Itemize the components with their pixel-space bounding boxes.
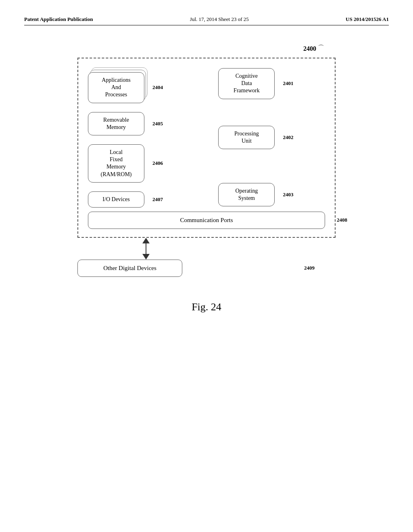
comm-ports-label: Communication Ports [180, 217, 233, 223]
comm-ports-wrapper: Communication Ports 2408 [88, 212, 325, 229]
local-memory-wrapper: Local Fixed Memory (RAM/ROM) 2406 [88, 144, 144, 183]
operating-system-id: 2403 [283, 191, 293, 198]
cognitive-data-wrapper: Cognitive Data Framework 2401 [218, 68, 275, 99]
local-memory-box: Local Fixed Memory (RAM/ROM) [88, 144, 144, 183]
header-center: Jul. 17, 2014 Sheet 23 of 25 [190, 16, 249, 23]
processing-unit-wrapper: Processing Unit 2402 [218, 126, 275, 149]
header-left: Patent Application Publication [24, 16, 93, 23]
other-devices-wrapper: Other Digital Devices 2409 [77, 260, 336, 277]
comm-ports-id: 2408 [337, 217, 347, 223]
removable-memory-wrapper: Removable Memory 2405 [88, 112, 144, 135]
page: Patent Application Publication Jul. 17, … [0, 0, 413, 532]
page-header: Patent Application Publication Jul. 17, … [24, 16, 389, 25]
removable-memory-label: Removable Memory [103, 117, 129, 130]
operating-system-wrapper: Operating System 2403 [218, 183, 275, 206]
operating-system-label: Operating System [235, 188, 258, 201]
operating-system-box: Operating System [218, 183, 275, 206]
apps-processes-wrapper: Applications And Processes 2404 [88, 72, 144, 103]
io-devices-wrapper: I/O Devices 2407 [88, 191, 144, 208]
apps-processes-label: Applications And Processes [102, 77, 131, 98]
header-right: US 2014/201526 A1 [346, 16, 389, 23]
io-devices-box: I/O Devices [88, 191, 144, 208]
other-devices-label: Other Digital Devices [103, 265, 156, 271]
diagram-area: 2400 ⌒ Applications And Processes [24, 58, 389, 313]
inner-layout: Applications And Processes 2404 Removabl… [88, 68, 325, 208]
outer-box-curve-arrow: ⌒ [318, 44, 324, 52]
other-devices-box: Other Digital Devices [77, 260, 182, 277]
comm-ports-box: Communication Ports [88, 212, 325, 229]
processing-unit-id: 2402 [283, 134, 293, 141]
processing-unit-label: Processing Unit [234, 131, 259, 144]
outer-box: Applications And Processes 2404 Removabl… [77, 58, 336, 238]
io-devices-label: I/O Devices [102, 196, 129, 202]
fig-label: Fig. 24 [192, 301, 221, 313]
arrow-up-head [142, 238, 150, 243]
cognitive-data-box: Cognitive Data Framework [218, 68, 275, 99]
arrow-line [146, 243, 146, 254]
other-devices-id: 2409 [304, 265, 315, 271]
local-memory-id: 2406 [152, 160, 163, 166]
apps-processes-box: Applications And Processes [88, 72, 144, 103]
cognitive-data-label: Cognitive Data Framework [234, 73, 260, 94]
arrow-container [77, 238, 336, 260]
outer-box-wrapper: 2400 ⌒ Applications And Processes [77, 58, 336, 238]
local-memory-label: Local Fixed Memory (RAM/ROM) [100, 149, 131, 177]
left-column: Applications And Processes 2404 Removabl… [88, 68, 218, 208]
processing-unit-box: Processing Unit [218, 126, 275, 149]
arrow-down-head [142, 254, 150, 260]
right-column: Cognitive Data Framework 2401 Processing… [218, 68, 325, 208]
io-devices-id: 2407 [152, 196, 163, 203]
removable-memory-box: Removable Memory [88, 112, 144, 135]
apps-processes-id: 2404 [152, 84, 163, 91]
cognitive-data-id: 2401 [283, 80, 293, 87]
removable-memory-id: 2405 [152, 121, 163, 127]
outer-box-label: 2400 [303, 45, 316, 52]
